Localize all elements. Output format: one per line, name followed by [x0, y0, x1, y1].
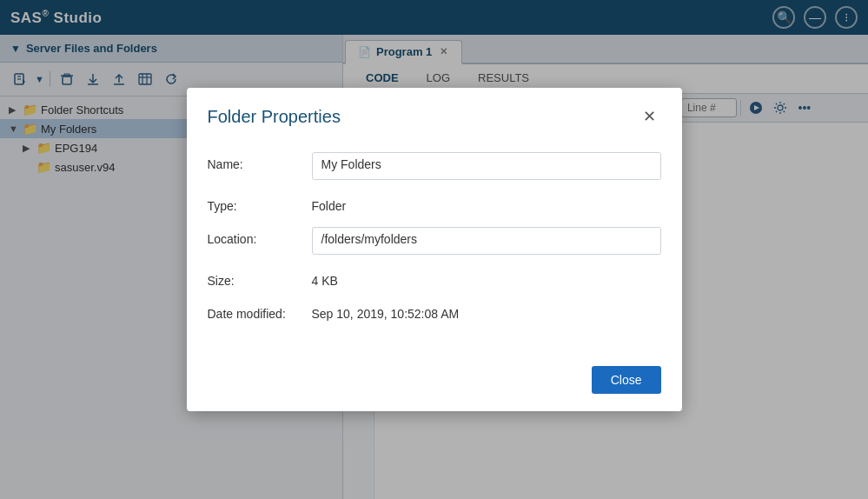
value-date: Sep 10, 2019, 10:52:08 AM: [312, 302, 661, 321]
label-name: Name:: [208, 152, 312, 171]
folder-properties-modal: Folder Properties ✕ Name: My Folders Typ…: [187, 88, 682, 411]
label-date: Date modified:: [208, 302, 312, 321]
modal-row-location: Location: /folders/myfolders: [208, 227, 661, 255]
modal-row-size: Size: 4 KB: [208, 269, 661, 288]
value-name[interactable]: My Folders: [312, 152, 661, 180]
modal-overlay: Folder Properties ✕ Name: My Folders Typ…: [0, 0, 868, 499]
modal-close-btn[interactable]: Close: [592, 366, 661, 394]
modal-row-type: Type: Folder: [208, 194, 661, 213]
label-size: Size:: [208, 269, 312, 288]
modal-row-date: Date modified: Sep 10, 2019, 10:52:08 AM: [208, 302, 661, 321]
value-location[interactable]: /folders/myfolders: [312, 227, 661, 255]
modal-title: Folder Properties: [208, 107, 341, 127]
modal-row-name: Name: My Folders: [208, 152, 661, 180]
value-size: 4 KB: [312, 269, 661, 288]
value-type: Folder: [312, 194, 661, 213]
modal-footer: Close: [187, 356, 682, 411]
label-location: Location:: [208, 227, 312, 246]
modal-body: Name: My Folders Type: Folder Location: …: [187, 138, 682, 356]
modal-header: Folder Properties ✕: [187, 88, 682, 138]
label-type: Type:: [208, 194, 312, 213]
modal-close-button[interactable]: ✕: [638, 105, 661, 128]
